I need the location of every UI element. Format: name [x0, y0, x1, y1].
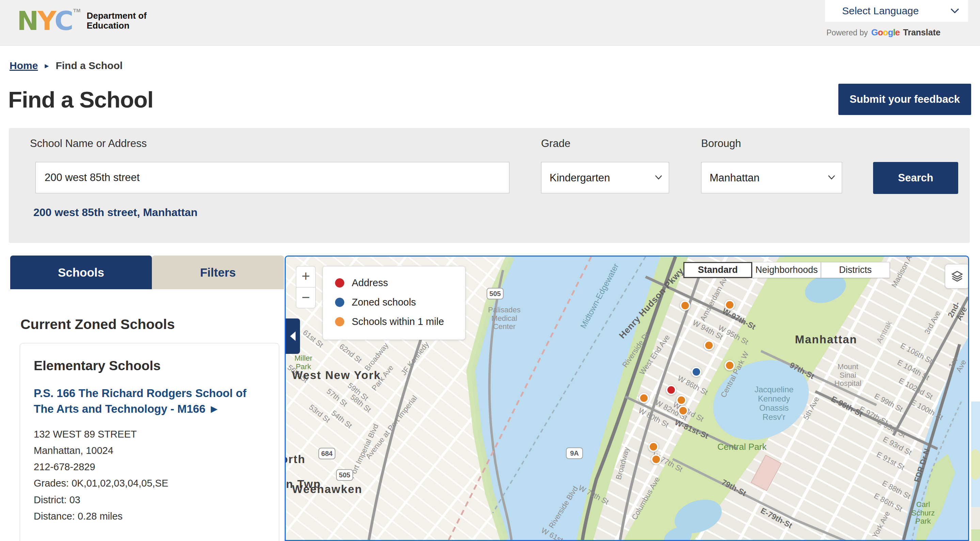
language-select[interactable]: Select Language [825, 0, 968, 22]
map-zoom-controls: + − [296, 266, 316, 308]
chevron-left-icon [290, 332, 296, 341]
map-legend: AddressZoned schoolsSchools within 1 mil… [323, 266, 466, 340]
nearby-school-marker[interactable] [680, 300, 690, 311]
address-suggestion-link[interactable]: 200 west 85th street, Manhattan [33, 206, 197, 219]
address-marker[interactable] [666, 385, 676, 395]
site-header: NYC TM Department of Education Select La… [0, 0, 980, 46]
google-translate-attribution: Powered by Google Translate [826, 27, 940, 38]
legend-item: Address [335, 277, 453, 289]
nearby-school-marker[interactable] [725, 360, 735, 371]
basemap-button-districts[interactable]: Districts [821, 262, 890, 278]
tab-schools[interactable]: Schools [10, 255, 152, 289]
trademark-mark: TM [73, 8, 81, 13]
translate-text: Translate [903, 27, 940, 37]
nearby-school-marker[interactable] [678, 406, 688, 416]
school-phone: 212-678-2829 [34, 459, 265, 475]
school-distance: Distance: 0.28 miles [34, 508, 265, 524]
school-district: District: 03 [34, 492, 265, 508]
nearby-school-marker[interactable] [676, 395, 686, 405]
breadcrumb-home-link[interactable]: Home [10, 60, 38, 71]
grade-select-control[interactable]: Kindergarten [541, 162, 669, 193]
chevron-down-icon [950, 8, 959, 14]
school-card: Elementary Schools P.S. 166 The Richard … [20, 343, 279, 541]
page-title: Find a School [8, 86, 153, 113]
legend-dot-icon [335, 317, 344, 326]
borough-select[interactable]: Manhattan [701, 162, 842, 193]
borough-select-control[interactable]: Manhattan [702, 162, 842, 193]
logo-department-text: Department of Education [86, 11, 146, 31]
basemap-button-standard[interactable]: Standard [683, 262, 752, 278]
basemap-button-neighborhoods[interactable]: Neighborhoods [752, 262, 821, 278]
breadcrumb-separator-icon: ▸ [45, 61, 49, 70]
zoned-school-marker[interactable] [691, 367, 702, 377]
school-address-line2: Manhattan, 10024 [34, 442, 265, 459]
school-details: 132 WEST 89 STREET Manhattan, 10024 212-… [34, 426, 265, 524]
legend-dot-icon [335, 298, 344, 307]
school-name-label: School Name or Address [30, 138, 147, 150]
zoom-in-button[interactable]: + [296, 266, 316, 287]
language-select-label: Select Language [842, 5, 919, 17]
current-zoned-schools-heading: Current Zoned Schools [21, 316, 175, 332]
find-a-school-page: NYC TM Department of Education Select La… [0, 0, 980, 541]
legend-label: Address [352, 277, 388, 289]
school-grades: Grades: 0K,01,02,03,04,05,SE [34, 475, 265, 491]
nearby-school-marker[interactable] [725, 300, 735, 310]
legend-item: Schools within 1 mile [335, 316, 453, 327]
school-name-input[interactable] [35, 162, 509, 193]
link-arrow-icon: ► [208, 403, 220, 415]
map-overflow-sliver [971, 401, 980, 541]
legend-label: Schools within 1 mile [352, 316, 444, 327]
sliver-green [971, 530, 980, 541]
nearby-school-marker[interactable] [639, 393, 649, 403]
nearby-school-marker[interactable] [648, 442, 659, 452]
search-panel: School Name or Address 200 west 85th str… [9, 128, 970, 243]
layers-icon [951, 270, 964, 283]
school-name-link[interactable]: P.S. 166 The Richard Rodgers School of T… [34, 386, 265, 416]
borough-label: Borough [701, 138, 741, 150]
tab-filters[interactable]: Filters [152, 255, 284, 289]
map-canvas[interactable]: W-97th-StW 95th StW 94th StW 86th StW 83… [285, 255, 969, 541]
grade-select[interactable]: Kindergarten [541, 162, 669, 193]
school-group-title: Elementary Schools [34, 358, 265, 373]
legend-dot-icon [335, 278, 344, 287]
grade-label: Grade [541, 138, 570, 150]
zoom-out-button[interactable]: − [296, 287, 316, 308]
legend-label: Zoned schools [352, 297, 416, 308]
nyc-doe-logo[interactable]: NYC TM Department of Education [17, 5, 147, 37]
powered-by-text: Powered by [826, 28, 868, 37]
submit-feedback-button[interactable]: Submit your feedback [838, 84, 971, 115]
panel-collapse-button[interactable] [286, 319, 300, 354]
nyc-logo-letters: NYC [17, 5, 73, 37]
sliver-island [971, 449, 980, 480]
layers-button[interactable] [945, 264, 969, 289]
google-logo: Google [871, 27, 900, 38]
breadcrumb: Home ▸ Find a School [10, 60, 123, 71]
search-button[interactable]: Search [873, 162, 958, 194]
basemap-switcher: StandardNeighborhoodsDistricts [683, 262, 890, 278]
nearby-school-marker[interactable] [704, 340, 714, 351]
nearby-school-marker[interactable] [651, 454, 661, 465]
breadcrumb-current: Find a School [56, 60, 123, 71]
school-address-line1: 132 WEST 89 STREET [34, 426, 265, 442]
legend-item: Zoned schools [335, 297, 453, 308]
